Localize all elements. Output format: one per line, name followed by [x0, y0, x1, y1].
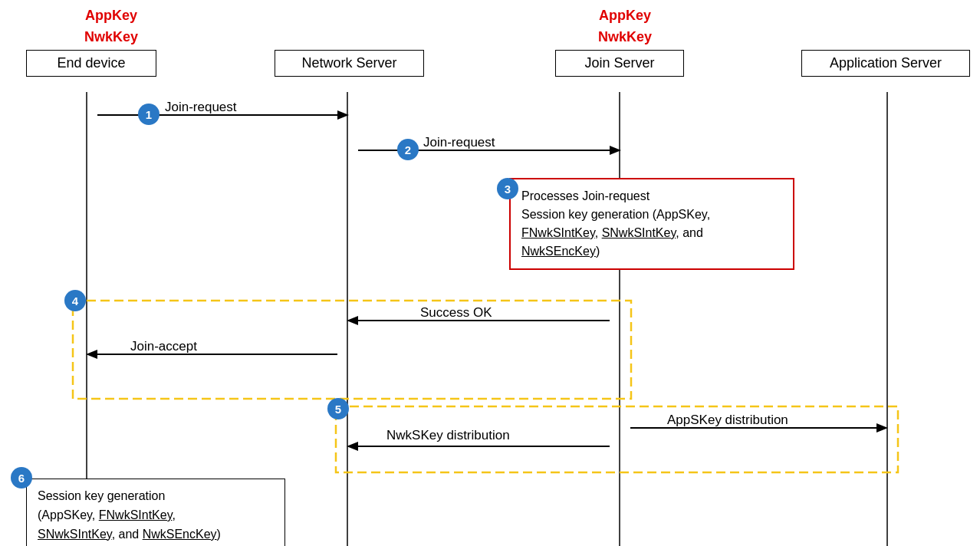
arrow-5-label: AppSKey distribution: [667, 413, 788, 428]
arrow-3-label: Success OK: [420, 305, 492, 321]
arrow-1-label: Join-request: [165, 100, 237, 115]
svg-marker-10: [347, 316, 358, 325]
step-6-circle: 6: [11, 467, 32, 488]
application-server-box: Application Server: [801, 50, 970, 77]
process-line3: NwkSEncKey): [521, 245, 600, 258]
session-line2: (AppSKey, FNwkSIntKey,: [38, 508, 176, 521]
sequence-diagram-svg: [0, 0, 980, 546]
svg-marker-15: [876, 423, 888, 433]
process-line1: Session key generation (AppSKey,: [521, 208, 710, 221]
process-title: Processes Join-request: [521, 189, 649, 202]
session-line1: Session key generation: [38, 489, 165, 502]
step-2-circle: 2: [397, 139, 419, 160]
step-5-circle: 5: [327, 398, 349, 419]
step-1-circle: 1: [138, 104, 159, 125]
diagram: End device Network Server Join Server Ap…: [0, 0, 980, 546]
process-box: Processes Join-request Session key gener…: [509, 178, 794, 270]
end-device-box: End device: [26, 50, 156, 77]
network-server-box: Network Server: [275, 50, 424, 77]
join-server-appkey: AppKey: [575, 8, 675, 24]
step-3-circle: 3: [497, 178, 518, 199]
end-device-appkey: AppKey: [46, 8, 176, 24]
step-4-circle: 4: [64, 290, 86, 311]
session-box: Session key generation (AppSKey, FNwkSIn…: [26, 479, 285, 546]
svg-marker-17: [347, 442, 358, 451]
svg-marker-12: [86, 350, 97, 359]
arrow-2-label: Join-request: [423, 135, 495, 150]
end-device-nwkkey: NwkKey: [46, 29, 176, 45]
process-line2: FNwkSIntKey, SNwkSIntKey, and: [521, 226, 703, 239]
session-line3: SNwkSIntKey, and NwkSEncKey): [38, 528, 221, 541]
join-server-nwkkey: NwkKey: [575, 29, 675, 45]
arrow-4-label: Join-accept: [130, 339, 197, 354]
arrow-6-label: NwkSKey distribution: [386, 428, 510, 443]
join-server-box: Join Server: [555, 50, 684, 77]
